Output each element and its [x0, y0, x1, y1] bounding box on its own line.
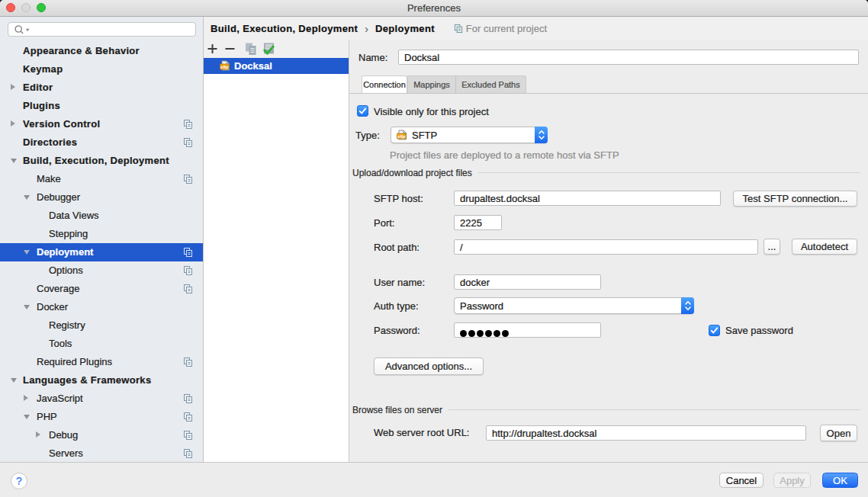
svg-text:sftp: sftp	[397, 134, 406, 139]
svg-text:sftp: sftp	[220, 65, 229, 69]
